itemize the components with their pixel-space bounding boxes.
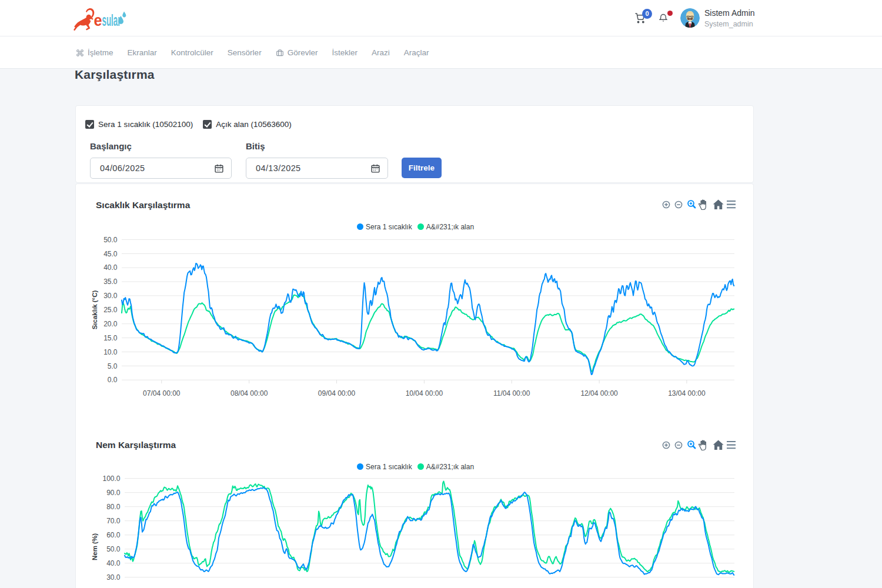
svg-text:sular: sular xyxy=(102,12,121,29)
svg-text:5.0: 5.0 xyxy=(108,362,118,370)
svg-text:70.0: 70.0 xyxy=(106,517,121,525)
svg-text:30.0: 30.0 xyxy=(103,292,118,300)
svg-text:25.0: 25.0 xyxy=(103,306,118,314)
svg-text:13/04 00:00: 13/04 00:00 xyxy=(668,389,706,397)
svg-text:40.0: 40.0 xyxy=(103,263,118,272)
svg-text:15.0: 15.0 xyxy=(103,334,118,342)
svg-text:45.0: 45.0 xyxy=(103,250,118,258)
svg-text:12/04 00:00: 12/04 00:00 xyxy=(580,389,618,397)
svg-text:80.0: 80.0 xyxy=(106,503,121,511)
svg-text:20.0: 20.0 xyxy=(103,320,118,328)
svg-text:09/04 00:00: 09/04 00:00 xyxy=(318,389,356,397)
svg-text:0.0: 0.0 xyxy=(108,376,118,384)
svg-text:90.0: 90.0 xyxy=(106,489,121,497)
svg-text:Nem (%): Nem (%) xyxy=(91,533,98,560)
svg-text:30.0: 30.0 xyxy=(106,573,121,582)
svg-text:10/04 00:00: 10/04 00:00 xyxy=(406,389,443,397)
svg-text:Sıcaklık (°C): Sıcaklık (°C) xyxy=(91,290,98,330)
svg-text:60.0: 60.0 xyxy=(106,531,121,539)
svg-text:40.0: 40.0 xyxy=(106,559,121,567)
svg-text:35.0: 35.0 xyxy=(103,278,118,286)
svg-text:100.0: 100.0 xyxy=(102,475,120,483)
svg-text:11/04 00:00: 11/04 00:00 xyxy=(493,389,530,397)
svg-text:08/04 00:00: 08/04 00:00 xyxy=(230,389,268,397)
svg-text:50.0: 50.0 xyxy=(106,545,121,553)
svg-text:07/04 00:00: 07/04 00:00 xyxy=(143,389,181,397)
svg-text:e: e xyxy=(94,12,102,29)
svg-text:10.0: 10.0 xyxy=(103,348,118,356)
svg-text:50.0: 50.0 xyxy=(103,236,118,244)
